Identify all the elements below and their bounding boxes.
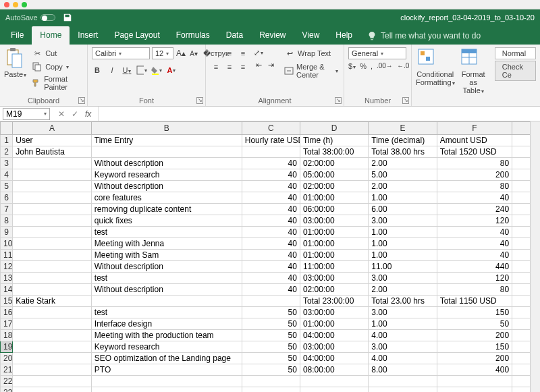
cell[interactable]: 4.00 [369,353,437,364]
align-middle-icon[interactable]: ≡ [223,47,236,59]
dialog-launcher-icon[interactable]: ↘ [402,97,409,104]
cell[interactable]: Amount USD [437,135,512,146]
cell[interactable] [512,307,540,318]
cell[interactable]: 02:00:00 [300,158,368,169]
cell[interactable] [242,387,300,393]
cell[interactable] [13,227,92,238]
col-header[interactable]: A [13,122,92,135]
cell[interactable] [512,387,540,393]
cell[interactable]: 8.00 [369,364,437,376]
align-top-icon[interactable]: �струк [210,47,222,59]
cell[interactable] [512,169,540,181]
cell[interactable] [91,296,242,307]
cell[interactable] [242,376,300,387]
window-close-icon[interactable] [4,2,9,7]
copy-button[interactable]: Copy▾ [30,61,83,73]
cell[interactable]: 01:00:00 [300,192,368,204]
cell[interactable] [13,330,92,341]
cell[interactable] [512,284,540,296]
cell[interactable]: 40 [242,273,300,284]
conditional-formatting-button[interactable]: ConditionalFormatting▾ [416,47,455,86]
cell[interactable]: 1.00 [369,318,437,330]
cell[interactable] [512,273,540,284]
cell[interactable]: 50 [242,330,300,341]
cell[interactable]: 40 [437,238,512,250]
cell[interactable]: Without description [91,261,242,273]
cell[interactable] [512,227,540,238]
cell[interactable]: 50 [242,307,300,318]
cell[interactable] [13,192,92,204]
cell[interactable]: 40 [242,250,300,261]
cell[interactable]: 01:00:00 [300,238,368,250]
dialog-launcher-icon[interactable]: ↘ [78,97,85,104]
cell[interactable]: 2.00 [369,181,437,192]
cell[interactable]: 40 [437,192,512,204]
row-header[interactable]: 6 [1,192,13,204]
cell[interactable] [13,261,92,273]
cell[interactable]: Keyword research [91,341,242,353]
cell[interactable] [512,158,540,169]
cell[interactable]: Meeting with Jenna [91,238,242,250]
fill-color-button[interactable]: ▾ [151,65,162,76]
cell[interactable] [13,364,92,376]
cell[interactable]: Meeting with Sam [91,250,242,261]
cell[interactable] [437,387,512,393]
row-header[interactable]: 1 [1,135,13,146]
cell[interactable]: Total 38:00:00 [300,146,368,158]
cell[interactable]: Total 1520 USD [437,146,512,158]
underline-button[interactable]: U▾ [122,66,132,74]
cell[interactable]: 1.00 [369,238,437,250]
cell[interactable]: 1.00 [369,227,437,238]
cell[interactable]: 08:00:00 [300,364,368,376]
bold-button[interactable]: B [92,66,103,74]
cell[interactable]: test [91,273,242,284]
cell[interactable]: 3.00 [369,307,437,318]
col-header[interactable]: F [437,122,512,135]
cell[interactable]: 200 [437,169,512,181]
cell[interactable]: 40 [242,169,300,181]
cell[interactable] [13,307,92,318]
cell[interactable]: 02:00:00 [300,181,368,192]
cell[interactable] [91,376,242,387]
cell[interactable]: 1.00 [369,250,437,261]
cell[interactable]: 200 [437,330,512,341]
decrease-font-icon[interactable]: A▾ [188,48,199,59]
cell[interactable] [13,204,92,215]
cell[interactable]: Total 23:00:00 [300,296,368,307]
row-header[interactable]: 5 [1,181,13,192]
cell[interactable]: Time (decimal) [369,135,437,146]
tab-home[interactable]: Home [32,26,70,45]
row-header[interactable]: 21 [1,364,13,376]
cell[interactable]: Without description [91,284,242,296]
cell[interactable]: Hourly rate USD [242,135,300,146]
cell[interactable]: 02:00:00 [300,284,368,296]
cell[interactable]: 120 [437,215,512,227]
paste-button[interactable]: Paste▾ [4,47,26,78]
cell[interactable]: 03:00:00 [300,215,368,227]
cell[interactable] [13,250,92,261]
font-color-button[interactable]: A▾ [166,65,177,76]
col-header[interactable]: B [91,122,242,135]
cell[interactable] [13,353,92,364]
cell[interactable] [512,250,540,261]
cell[interactable] [512,330,540,341]
save-icon[interactable] [62,12,73,23]
cell[interactable] [512,318,540,330]
cell[interactable] [242,146,300,158]
percent-format-icon[interactable]: % [360,62,367,70]
decrease-indent-icon[interactable]: ⇤ [253,59,264,70]
cell[interactable]: Without description [91,181,242,192]
tab-formulas[interactable]: Formulas [168,26,218,45]
tab-page-layout[interactable]: Page Layout [106,26,167,45]
tab-help[interactable]: Help [327,26,360,45]
cell[interactable]: 04:00:00 [300,353,368,364]
cell[interactable]: 6.00 [369,204,437,215]
row-header[interactable]: 19 [1,341,13,353]
cell[interactable]: 40 [242,192,300,204]
cell[interactable]: 40 [242,284,300,296]
cell[interactable]: Total 23.00 hrs [369,296,437,307]
decrease-decimal-icon[interactable]: ←.0 [397,62,409,70]
col-header[interactable]: D [300,122,368,135]
border-button[interactable]: ▾ [136,65,147,76]
cell[interactable]: 05:00:00 [300,169,368,181]
